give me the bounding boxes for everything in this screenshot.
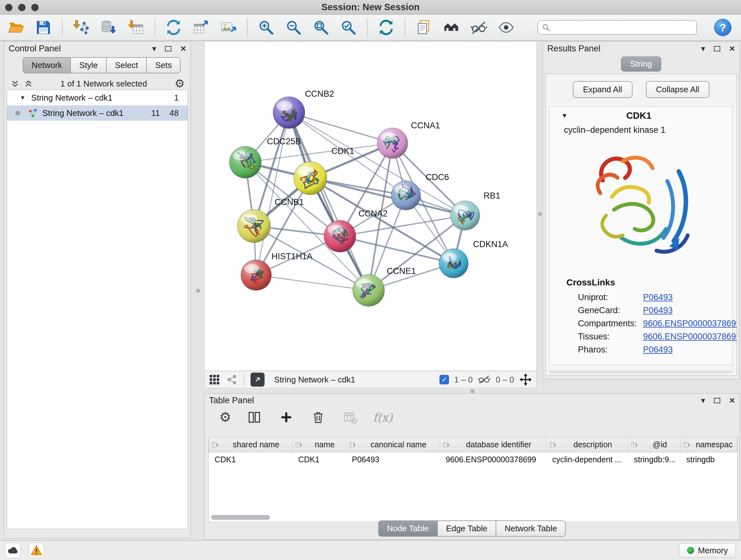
column-header[interactable]: canonical name [346,437,440,452]
network-node-CCNE1[interactable] [353,274,385,307]
network-collection-row[interactable]: ▼ String Network – cdk1 1 [7,90,188,105]
zoom-in-button[interactable] [257,18,275,37]
show-columns-button[interactable] [246,408,263,426]
splitter-handle[interactable] [470,389,475,393]
cloud-status-button[interactable] [5,543,20,558]
network-node-RB1[interactable] [451,201,480,230]
network-edge[interactable] [340,236,454,263]
import-network-database-button[interactable] [99,18,118,37]
help-button[interactable]: ? [714,19,731,36]
clone-network-button[interactable] [415,18,433,37]
zoom-selected-button[interactable] [340,18,357,37]
open-session-button[interactable] [7,18,25,37]
tab-sets[interactable]: Sets [147,57,181,73]
network-node-HIST1H1A[interactable] [241,260,272,291]
crosslink-link[interactable]: P06493 [643,306,673,315]
gear-icon[interactable]: ⚙ [175,78,185,89]
column-header[interactable]: shared name [209,437,293,452]
tab-node-table[interactable]: Node Table [378,520,438,537]
import-network-file-button[interactable] [72,18,90,37]
warnings-button[interactable] [29,543,44,558]
network-canvas[interactable]: CCNB2CCNA1CDC25BCDK1CDC6RB1CCNB1CCNA2CDK… [204,42,537,371]
open-in-window-button[interactable] [251,373,265,387]
cell-name[interactable]: CDK1 [293,452,346,467]
cell-database-identifier[interactable]: 9606.ENSP00000378699 [440,452,547,467]
search-field[interactable] [537,20,697,35]
network-node-CCNA1[interactable] [377,128,408,159]
horizontal-scrollbar[interactable] [211,515,270,520]
column-header[interactable]: namespac [681,437,737,452]
network-graph[interactable]: CCNB2CCNA1CDC25BCDK1CDC6RB1CCNB1CCNA2CDK… [205,42,536,371]
tab-network-table[interactable]: Network Table [496,520,566,537]
cell-id[interactable]: stringdb:9... [628,452,681,467]
network-node-CDC6[interactable] [391,181,421,210]
update-network-button[interactable] [377,18,395,37]
delete-column-button[interactable] [309,408,327,426]
splitter-handle[interactable] [196,289,200,293]
float-panel-icon[interactable] [165,46,172,51]
cell-canonical-name[interactable]: P06493 [346,452,440,467]
tab-string[interactable]: String [621,57,661,71]
hide-selected-button[interactable] [470,18,488,37]
close-window-button[interactable] [5,4,12,11]
search-input[interactable] [553,23,692,33]
selected-checkbox-icon[interactable]: ✓ [440,375,449,384]
zoom-out-button[interactable] [285,18,302,37]
close-panel-icon[interactable]: × [180,44,186,53]
network-edge[interactable] [256,275,368,291]
crosslink-link[interactable]: 9606.ENSP00000378699 [643,319,737,328]
column-header[interactable]: @id [628,437,681,452]
table-settings-gear-icon[interactable]: ⚙ [219,411,231,424]
column-header[interactable]: name [293,437,346,452]
add-column-button[interactable] [277,408,295,426]
network-edge[interactable] [289,113,392,143]
float-panel-icon[interactable] [714,46,720,51]
grid-view-icon[interactable] [209,374,220,385]
disclosure-triangle-icon[interactable]: ▼ [20,95,25,101]
network-node-CDK1[interactable] [293,162,327,195]
network-node-CCNB1[interactable] [238,209,271,243]
network-node-CCNA2[interactable] [324,220,356,252]
cell-namespace[interactable]: stringdb [681,452,737,467]
crosslink-link[interactable]: P06493 [643,345,673,355]
collapse-all-icon[interactable] [10,79,19,88]
expand-all-icon[interactable] [24,79,33,88]
export-image-button[interactable] [219,18,238,37]
network-node-CDC25B[interactable] [229,146,261,178]
hidden-glasses-icon[interactable] [478,375,490,384]
cell-description[interactable]: cyclin-dependent ... [547,452,628,467]
collapse-all-button[interactable]: Collapse All [646,81,710,98]
float-panel-icon[interactable] [714,398,720,403]
close-panel-icon[interactable]: × [729,44,735,53]
network-node-CCNB2[interactable] [273,97,305,129]
tab-network[interactable]: Network [23,57,71,73]
network-node-CDKN1A[interactable] [439,249,468,278]
network-row-selected[interactable]: String Network – cdk1 11 48 [7,105,188,121]
crosslink-link[interactable]: P06493 [643,293,673,302]
panel-menu-icon[interactable]: ▾ [152,44,156,53]
apply-layout-button[interactable] [165,18,183,37]
expand-all-button[interactable]: Expand All [573,81,632,98]
tab-select[interactable]: Select [107,57,147,73]
minimize-window-button[interactable] [18,4,25,11]
memory-button[interactable]: Memory [679,543,736,558]
import-table-button[interactable] [127,18,145,37]
export-table-button[interactable] [192,18,210,37]
splitter-handle[interactable] [538,212,542,216]
zoom-window-button[interactable] [31,4,39,11]
network-edge[interactable] [310,178,465,215]
table-row[interactable]: CDK1 CDK1 P06493 9606.ENSP00000378699 cy… [209,452,737,467]
panel-menu-icon[interactable]: ▾ [701,44,705,53]
tab-style[interactable]: Style [71,57,107,73]
share-network-icon[interactable] [226,374,237,385]
zoom-fit-button[interactable] [312,18,330,37]
results-scrollbar[interactable] [549,370,733,374]
crosslink-link[interactable]: 9606.ENSP00000378699 [643,332,737,341]
section-disclosure-icon[interactable]: ▼ [550,112,568,119]
save-session-button[interactable] [35,18,52,37]
close-panel-icon[interactable]: × [729,395,735,405]
cell-shared-name[interactable]: CDK1 [209,452,293,467]
node-table[interactable]: shared name name canonical name database… [208,437,738,522]
birdseye-view-button[interactable] [442,18,460,37]
show-hidden-button[interactable] [497,18,515,37]
